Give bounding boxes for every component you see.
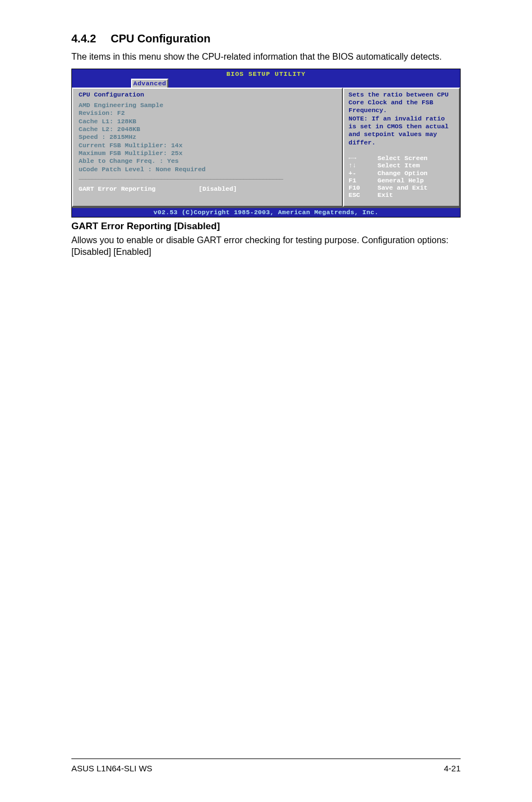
- nav-row: F10Save and Exit: [349, 184, 454, 191]
- nav-key: F1: [349, 177, 378, 184]
- nav-action: Save and Exit: [378, 184, 428, 191]
- subsection-text: Allows you to enable or disable GART err…: [71, 234, 461, 258]
- bios-divider: ────────────────────────────────────────…: [79, 176, 336, 183]
- section-heading: 4.4.2CPU Configuration: [71, 32, 461, 45]
- bios-header: BIOS SETUP UTILITY Advanced: [72, 69, 460, 88]
- info-line: Cache L2: 2048KB: [79, 125, 336, 133]
- nav-row: ←→Select Screen: [349, 154, 454, 162]
- nav-action: Change Option: [378, 170, 428, 177]
- info-line: Revision: F2: [79, 109, 336, 117]
- bios-screenshot: BIOS SETUP UTILITY Advanced CPU Configur…: [71, 69, 461, 218]
- nav-row: +-Change Option: [349, 170, 454, 177]
- bios-header-title: BIOS SETUP UTILITY: [72, 70, 460, 78]
- bios-cpu-info: AMD Engineering Sample Revision: F2 Cach…: [79, 102, 336, 173]
- info-line: Speed : 2815MHz: [79, 133, 336, 141]
- section-number: 4.4.2: [71, 32, 96, 45]
- nav-key: ←→: [349, 154, 378, 162]
- info-line: Maximum FSB Multiplier: 25x: [79, 149, 336, 157]
- bios-nav-block: ←→Select Screen ↑↓Select Item +-Change O…: [349, 154, 454, 199]
- info-line: Able to Change Freq. : Yes: [79, 157, 336, 165]
- nav-action: Select Item: [378, 162, 420, 169]
- footer-page-number: 4-21: [444, 764, 461, 773]
- nav-key: +-: [349, 170, 378, 177]
- info-line: Cache L1: 128KB: [79, 118, 336, 125]
- bios-setting-row[interactable]: GART Error Reporting [Disabled]: [79, 185, 336, 192]
- intro-paragraph: The items in this menu show the CPU-rela…: [71, 51, 461, 63]
- nav-key: ESC: [349, 191, 378, 199]
- info-line: uCode Patch Level : None Required: [79, 166, 336, 173]
- nav-row: ↑↓Select Item: [349, 162, 454, 169]
- bios-right-panel: Sets the ratio between CPU Core Clock an…: [343, 88, 460, 207]
- nav-row: F1General Help: [349, 177, 454, 184]
- bios-left-panel: CPU Configuration AMD Engineering Sample…: [72, 88, 343, 207]
- info-line: AMD Engineering Sample: [79, 102, 336, 109]
- nav-action: Exit: [378, 191, 393, 199]
- nav-action: Select Screen: [378, 154, 428, 162]
- subsection-heading: GART Error Reporting [Disabled]: [71, 221, 461, 232]
- page-footer: ASUS L1N64-SLI WS 4-21: [71, 758, 461, 773]
- bios-setting-label: GART Error Reporting: [79, 185, 199, 192]
- nav-action: General Help: [378, 177, 424, 184]
- nav-key: ↑↓: [349, 162, 378, 169]
- bios-tab-advanced: Advanced: [131, 79, 168, 87]
- bios-footer: v02.53 (C)Copyright 1985-2003, American …: [72, 208, 460, 217]
- bios-panel-title: CPU Configuration: [79, 91, 336, 98]
- footer-product: ASUS L1N64-SLI WS: [71, 764, 152, 773]
- bios-setting-value: [Disabled]: [199, 185, 237, 192]
- nav-row: ESCExit: [349, 191, 454, 199]
- nav-key: F10: [349, 184, 378, 191]
- info-line: Current FSB Multiplier: 14x: [79, 142, 336, 149]
- section-title: CPU Configuration: [110, 32, 210, 45]
- bios-help-text: Sets the ratio between CPU Core Clock an…: [349, 91, 454, 147]
